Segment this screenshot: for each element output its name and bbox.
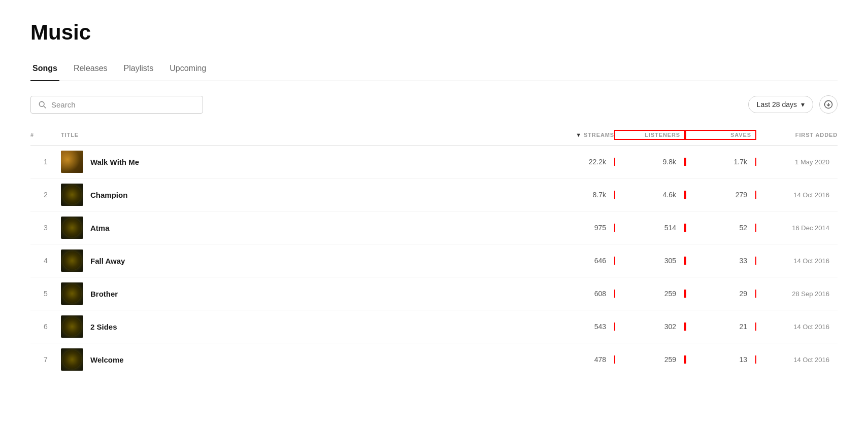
table-row[interactable]: 5 Brother 608 259 29 28 Sep 2016	[30, 277, 838, 310]
table-row[interactable]: 7 Welcome 478 259 13 14 Oct 2016	[30, 343, 838, 376]
row-number: 2	[30, 191, 61, 199]
saves-value: 279	[685, 191, 756, 199]
sort-arrow-icon: ▼	[576, 132, 582, 138]
row-number: 4	[30, 257, 61, 265]
tabs-bar: Songs Releases Playlists Upcoming	[30, 59, 838, 81]
album-art	[61, 348, 83, 371]
song-title: Fall Away	[90, 257, 125, 265]
streams-value: 478	[543, 355, 614, 364]
table-row[interactable]: 6 2 Sides 543 302 21 14 Oct 2016	[30, 310, 838, 343]
toolbar-right: Last 28 days ▾	[748, 95, 838, 114]
listeners-value: 9.8k	[614, 158, 685, 166]
page-title: Music	[30, 20, 838, 45]
first-added-value: 14 Oct 2016	[756, 323, 838, 331]
toolbar: Last 28 days ▾	[30, 95, 838, 114]
tab-upcoming[interactable]: Upcoming	[168, 59, 208, 81]
songs-table: # TITLE ▼ STREAMS LISTENERS SAVES FIRST …	[30, 130, 838, 376]
table-header: # TITLE ▼ STREAMS LISTENERS SAVES FIRST …	[30, 130, 838, 146]
saves-value: 1.7k	[685, 158, 756, 166]
row-number: 5	[30, 290, 61, 298]
album-art	[61, 315, 83, 338]
page-container: Music Songs Releases Playlists Upcoming …	[0, 0, 868, 397]
tab-releases[interactable]: Releases	[72, 59, 110, 81]
album-art	[61, 217, 83, 239]
table-row[interactable]: 1 Walk With Me 22.2k 9.8k 1.7k 1 May 202…	[30, 146, 838, 178]
listeners-value: 305	[614, 257, 685, 265]
download-button[interactable]	[819, 95, 838, 114]
streams-value: 8.7k	[543, 191, 614, 199]
saves-value: 21	[685, 323, 756, 331]
song-title: Walk With Me	[90, 158, 139, 166]
table-row[interactable]: 4 Fall Away 646 305 33 14 Oct 2016	[30, 244, 838, 277]
row-number: 7	[30, 355, 61, 364]
table-row[interactable]: 3 Atma 975 514 52 16 Dec 2014	[30, 211, 838, 244]
first-added-value: 14 Oct 2016	[756, 257, 838, 265]
song-cell: 2 Sides	[61, 315, 543, 338]
svg-point-0	[39, 101, 44, 106]
listeners-value: 259	[614, 290, 685, 298]
saves-value: 52	[685, 224, 756, 232]
listeners-value: 302	[614, 323, 685, 331]
first-added-value: 1 May 2020	[756, 158, 838, 166]
row-number: 6	[30, 323, 61, 331]
song-title: 2 Sides	[90, 323, 117, 331]
song-cell: Atma	[61, 217, 543, 239]
album-art	[61, 184, 83, 206]
listeners-value: 259	[614, 355, 685, 364]
date-filter-dropdown[interactable]: Last 28 days ▾	[748, 96, 813, 113]
first-added-value: 28 Sep 2016	[756, 290, 838, 298]
song-cell: Brother	[61, 282, 543, 305]
streams-value: 646	[543, 257, 614, 265]
row-number: 1	[30, 158, 61, 166]
search-icon	[38, 100, 46, 109]
col-first-added: FIRST ADDED	[756, 132, 838, 138]
col-saves: SAVES	[685, 130, 756, 140]
tab-songs[interactable]: Songs	[30, 59, 59, 81]
saves-value: 33	[685, 257, 756, 265]
table-row[interactable]: 2 Champion 8.7k 4.6k 279 14 Oct 2016	[30, 178, 838, 211]
saves-value: 29	[685, 290, 756, 298]
first-added-value: 14 Oct 2016	[756, 191, 838, 199]
chevron-down-icon: ▾	[801, 100, 805, 109]
search-box[interactable]	[30, 96, 203, 114]
svg-line-1	[44, 106, 46, 108]
col-num: #	[30, 132, 61, 138]
download-icon	[824, 100, 833, 109]
saves-value: 13	[685, 355, 756, 364]
song-cell: Champion	[61, 184, 543, 206]
listeners-value: 514	[614, 224, 685, 232]
first-added-value: 14 Oct 2016	[756, 356, 838, 364]
album-art	[61, 151, 83, 173]
first-added-value: 16 Dec 2014	[756, 224, 838, 232]
song-title: Atma	[90, 224, 110, 232]
song-cell: Welcome	[61, 348, 543, 371]
album-art	[61, 249, 83, 272]
song-cell: Fall Away	[61, 249, 543, 272]
song-title: Champion	[90, 191, 127, 199]
tab-playlists[interactable]: Playlists	[122, 59, 156, 81]
date-filter-label: Last 28 days	[757, 100, 797, 109]
row-number: 3	[30, 224, 61, 232]
streams-value: 22.2k	[543, 158, 614, 166]
search-input[interactable]	[51, 100, 195, 109]
col-title: TITLE	[61, 132, 543, 138]
streams-value: 608	[543, 290, 614, 298]
streams-value: 543	[543, 323, 614, 331]
streams-value: 975	[543, 224, 614, 232]
listeners-value: 4.6k	[614, 191, 685, 199]
col-listeners: LISTENERS	[614, 130, 685, 140]
album-art	[61, 282, 83, 305]
song-title: Welcome	[90, 355, 124, 364]
col-streams[interactable]: ▼ STREAMS	[543, 132, 614, 138]
song-cell: Walk With Me	[61, 151, 543, 173]
song-title: Brother	[90, 290, 118, 298]
